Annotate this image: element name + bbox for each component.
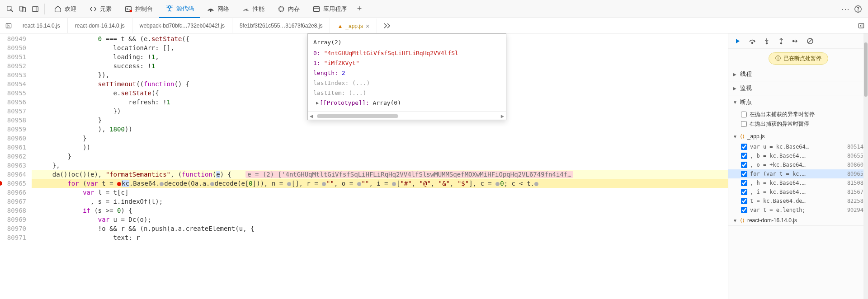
navigator-toggle-icon[interactable]	[2, 18, 15, 33]
line-number-gutter: 8094980950809518095280953809548095580956…	[0, 33, 32, 299]
breakpoint-text: var t = e.length;	[750, 207, 844, 213]
breakpoint-item[interactable]: , o = +kc.Base64…80860	[728, 160, 868, 169]
section-title: 监视	[740, 84, 752, 92]
svg-point-7	[168, 5, 170, 8]
breakpoint-line: 80655	[847, 153, 863, 159]
popup-scrollbar[interactable]: ◀ ▶	[308, 112, 506, 120]
section-header-threads[interactable]: ▶线程	[728, 67, 868, 81]
svg-point-22	[793, 40, 794, 42]
breakpoint-checkbox[interactable]	[741, 153, 747, 159]
step-out-button[interactable]	[776, 36, 786, 46]
breakpoint-item[interactable]: , h = kc.Base64.…81508	[728, 178, 868, 187]
file-tab-react[interactable]: react-16.14.0.js	[15, 18, 68, 33]
svg-rect-3	[33, 6, 38, 11]
section-watch: ▶监视	[728, 81, 868, 95]
breakpoint-item[interactable]: , b = kc.Base64.…80655	[728, 151, 868, 160]
tab-label: 控制台	[135, 5, 153, 13]
help-icon[interactable]	[852, 3, 864, 15]
svg-rect-11	[314, 6, 320, 11]
scroll-right-icon[interactable]: ▶	[501, 112, 504, 121]
code-editor[interactable]: 8094980950809518095280953809548095580956…	[0, 33, 728, 299]
breakpoint-text: for (var t = kc.…	[750, 171, 844, 177]
step-over-button[interactable]	[747, 36, 757, 46]
resume-button[interactable]	[733, 36, 743, 46]
section-breakpoints: ▼断点 在抛出未捕获的异常时暂停 在抛出捕获的异常时暂停 ▼ ⟨⟩ _app.j…	[728, 95, 868, 226]
breakpoint-checkbox[interactable]	[741, 162, 747, 168]
chevron-down-icon: ▼	[733, 100, 737, 105]
breakpoint-text: var u = kc.Base64…	[750, 144, 844, 150]
expand-icon[interactable]: ▶	[316, 98, 319, 108]
breakpoint-line: 81567	[847, 189, 863, 195]
file-icon: ⟨⟩	[740, 133, 745, 140]
breakpoint-text: , i = kc.Base64.…	[750, 189, 844, 195]
breakpoint-file-group[interactable]: ▼ ⟨⟩ react-dom-16.14.0.js	[728, 215, 868, 225]
popup-lastindex: lastIndex: (...)	[313, 78, 500, 88]
svg-point-6	[130, 9, 132, 12]
debugger-toggle-icon[interactable]	[854, 18, 868, 33]
breakpoint-item[interactable]: var t = e.length;90294	[728, 206, 868, 215]
file-tab-chunk[interactable]: 5fe1bf3f261c555…31673f6a2e8.js	[232, 18, 330, 33]
breakpoint-checkbox[interactable]	[741, 171, 747, 177]
breakpoint-checkbox[interactable]	[741, 189, 747, 195]
scroll-left-icon[interactable]: ◀	[310, 112, 313, 121]
breakpoint-line: 80860	[847, 162, 863, 168]
breakpoint-checkbox[interactable]	[741, 198, 747, 204]
tab-network[interactable]: 网络	[200, 0, 236, 18]
debugger-panel: ⓘ 已在断点处暂停 ▶线程 ▶监视 ▼断点 在抛出未捕获的异常时暂停 在抛出捕获…	[728, 33, 868, 299]
tab-performance[interactable]: 性能	[236, 0, 271, 18]
section-header-watch[interactable]: ▶监视	[728, 81, 868, 95]
breakpoint-item[interactable]: , i = kc.Base64.…81567	[728, 187, 868, 196]
breakpoint-item[interactable]: t = kc.Base64.de…82258	[728, 196, 868, 206]
tab-welcome[interactable]: 欢迎	[47, 0, 83, 18]
file-tab-label: react-16.14.0.js	[23, 23, 60, 29]
divider	[44, 4, 45, 14]
dock-side-icon[interactable]	[29, 3, 42, 15]
file-name: _app.js	[747, 133, 765, 140]
breakpoint-checkbox[interactable]	[741, 180, 747, 186]
popup-value: "4ntGHUqMtltGiVfsfSqLiHFLiRqHq2VV4lfSl	[324, 50, 458, 56]
step-into-button[interactable]	[762, 36, 772, 46]
tab-console[interactable]: 控制台	[118, 0, 159, 18]
breakpoint-line: 80965	[847, 171, 863, 177]
scrollbar-thumb[interactable]	[864, 42, 868, 97]
more-tabs-icon[interactable]	[377, 18, 398, 33]
breakpoint-marker[interactable]	[0, 181, 2, 186]
tab-application[interactable]: 应用程序	[306, 0, 353, 18]
svg-point-21	[781, 42, 782, 44]
more-icon[interactable]: ⋯	[839, 3, 852, 15]
file-tab-label: react-dom-16.14.0.js	[75, 23, 125, 29]
breakpoint-line: 80514	[847, 144, 863, 150]
breakpoint-file-group[interactable]: ▼ ⟨⟩ _app.js	[728, 131, 868, 141]
inspect-icon[interactable]	[4, 3, 16, 15]
file-name: react-dom-16.14.0.js	[747, 217, 797, 224]
section-title: 线程	[740, 70, 752, 78]
breakpoint-text: , b = kc.Base64.…	[750, 153, 844, 159]
breakpoint-checkbox[interactable]	[741, 144, 747, 150]
tab-elements[interactable]: 元素	[83, 0, 118, 18]
scrollbar-track[interactable]	[863, 33, 868, 299]
checkbox-label: 在抛出未捕获的异常时暂停	[750, 111, 815, 118]
file-tab-react-dom[interactable]: react-dom-16.14.0.js	[68, 18, 132, 33]
breakpoint-item[interactable]: var u = kc.Base64…80514	[728, 142, 868, 151]
device-toggle-icon[interactable]	[16, 3, 29, 15]
breakpoint-checkbox[interactable]	[741, 207, 747, 213]
file-tab-app[interactable]: ▲ _app.js ×	[330, 18, 377, 33]
add-tab-icon[interactable]: +	[353, 3, 366, 15]
tab-label: 应用程序	[323, 5, 347, 13]
breakpoint-line: 81508	[847, 180, 863, 186]
scrollbar-thumb[interactable]	[317, 114, 398, 118]
step-button[interactable]	[791, 36, 801, 46]
tab-label: 性能	[253, 5, 264, 13]
file-tab-webpack[interactable]: webpack-bd70bfc…732eb04042f.js	[132, 18, 232, 33]
paused-text: 已在断点处暂停	[783, 55, 821, 62]
value-tooltip: Array(2) 0: "4ntGHUqMtltGiVfsfSqLiHFLiRq…	[307, 33, 506, 120]
close-icon[interactable]: ×	[366, 23, 369, 30]
breakpoint-item[interactable]: for (var t = kc.…80965	[728, 169, 868, 178]
paused-banner: ⓘ 已在断点处暂停	[769, 52, 828, 65]
pause-caught-checkbox[interactable]: 在抛出捕获的异常时暂停	[741, 119, 863, 129]
tab-memory[interactable]: 内存	[271, 0, 306, 18]
section-header-breakpoints[interactable]: ▼断点	[728, 95, 868, 109]
pause-uncaught-checkbox[interactable]: 在抛出未捕获的异常时暂停	[741, 110, 863, 119]
deactivate-breakpoints-button[interactable]	[805, 36, 815, 46]
tab-sources[interactable]: 源代码	[159, 0, 200, 18]
